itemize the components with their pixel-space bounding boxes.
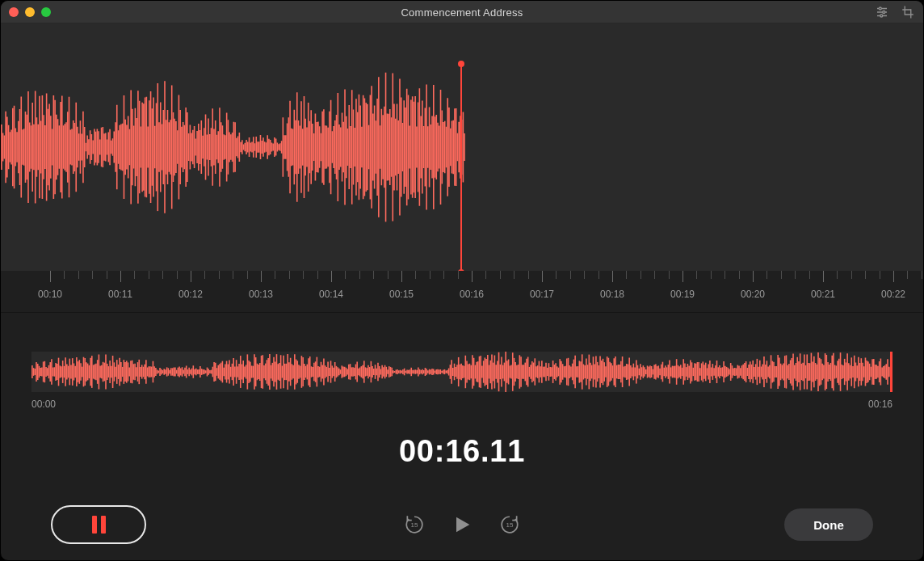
controls-row: 15 15 Done (1, 505, 923, 544)
ruler-tick-label: 00:13 (249, 289, 273, 300)
ruler-tick-label: 00:12 (178, 289, 203, 300)
time-ruler[interactable]: 00:1000:1100:1200:1300:1400:1500:1600:17… (1, 271, 923, 313)
minimize-window-button[interactable] (25, 7, 35, 17)
ruler-tick-label: 00:21 (811, 289, 835, 300)
overview-area: 00:00 00:16 (1, 313, 923, 410)
window-traffic-lights (9, 7, 51, 17)
overview-strip[interactable] (32, 352, 892, 392)
pause-button[interactable] (51, 505, 146, 544)
skip-back-label: 15 (411, 521, 418, 529)
overview-end-time: 00:16 (868, 399, 892, 410)
done-button-label: Done (813, 518, 844, 532)
ruler-tick-label: 00:20 (741, 289, 765, 300)
title-bar: Commencement Address (1, 1, 923, 23)
skip-forward-15-button[interactable]: 15 (499, 514, 520, 535)
app-window: Commencement Address (0, 0, 924, 561)
playhead[interactable] (460, 64, 462, 271)
recording-timer: 00:16.11 (1, 434, 923, 469)
overview-playhead[interactable] (890, 352, 892, 392)
ruler-tick-label: 00:11 (108, 289, 132, 300)
close-window-button[interactable] (9, 7, 19, 17)
waveform-main[interactable] (1, 23, 923, 271)
play-button[interactable] (451, 513, 473, 536)
skip-back-15-button[interactable]: 15 (404, 514, 425, 535)
svg-point-4 (883, 11, 885, 13)
settings-icon[interactable] (875, 5, 889, 19)
pause-icon (101, 516, 106, 534)
ruler-tick-label: 00:19 (670, 289, 695, 300)
svg-point-5 (880, 15, 883, 17)
ruler-tick-label: 00:17 (530, 289, 554, 300)
done-button[interactable]: Done (784, 508, 873, 541)
skip-fwd-label: 15 (506, 521, 514, 529)
window-title: Commencement Address (401, 6, 523, 19)
pause-icon (92, 516, 97, 534)
ruler-tick-label: 00:18 (600, 289, 624, 300)
ruler-tick-label: 00:10 (38, 289, 62, 300)
crop-icon[interactable] (901, 5, 915, 19)
ruler-tick-label: 00:14 (319, 289, 343, 300)
ruler-tick-label: 00:15 (389, 289, 414, 300)
overview-waveform-svg (32, 352, 892, 392)
overview-start-time: 00:00 (32, 399, 56, 410)
svg-marker-956 (456, 517, 469, 533)
fullscreen-window-button[interactable] (41, 7, 51, 17)
ruler-tick-label: 00:16 (460, 289, 484, 300)
svg-point-3 (879, 7, 881, 10)
ruler-tick-label: 00:22 (881, 289, 905, 300)
